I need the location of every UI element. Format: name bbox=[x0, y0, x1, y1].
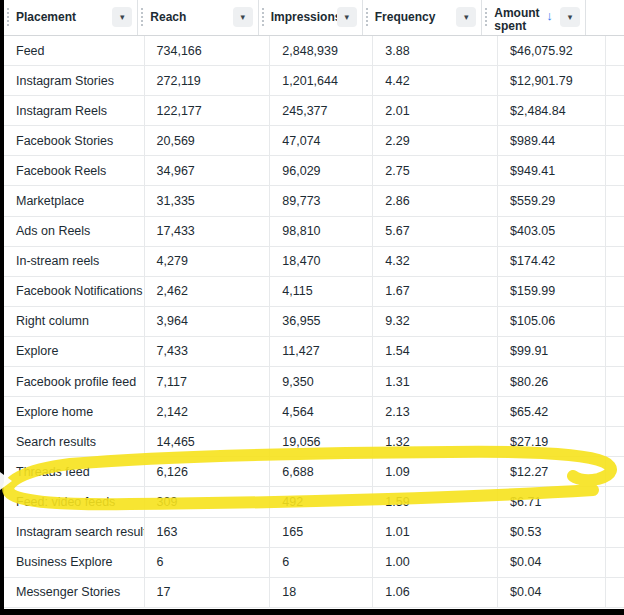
cell-impressions: 165 bbox=[270, 518, 373, 547]
table-row: Feed 734,166 2,848,939 3.88 $46,075.92 bbox=[4, 36, 624, 66]
column-drag-handle[interactable] bbox=[7, 8, 9, 27]
cell-impressions: 96,029 bbox=[270, 156, 373, 185]
column-drag-handle[interactable] bbox=[262, 8, 264, 27]
cell-impressions: 1,201,644 bbox=[270, 66, 373, 95]
cell-placement: Facebook Reels bbox=[4, 156, 145, 185]
column-menu-button[interactable]: ▾ bbox=[456, 7, 476, 27]
table-row: Instagram Reels 122,177 245,377 2.01 $2,… bbox=[4, 96, 624, 126]
cell-placement: Threads feed bbox=[4, 457, 145, 486]
chevron-down-icon: ▾ bbox=[568, 13, 573, 22]
chevron-down-icon: ▾ bbox=[344, 13, 349, 22]
cell-reach: 34,967 bbox=[145, 156, 271, 185]
cell-frequency: 9.32 bbox=[373, 307, 498, 336]
cell-placement: Facebook Stories bbox=[4, 126, 145, 155]
cell-amount-spent: $99.91 bbox=[498, 337, 606, 366]
column-menu-button[interactable]: ▾ bbox=[560, 7, 580, 27]
cell-spacer bbox=[606, 36, 624, 65]
chevron-down-icon: ▾ bbox=[464, 13, 469, 22]
table-row: Facebook Notifications 2,462 4,115 1.67 … bbox=[4, 277, 624, 307]
column-drag-handle[interactable] bbox=[141, 8, 143, 27]
cell-frequency: 4.32 bbox=[373, 247, 498, 276]
cell-reach: 7,117 bbox=[145, 367, 271, 396]
column-header-placement[interactable]: Placement ▾ bbox=[4, 0, 138, 35]
cell-impressions: 9,350 bbox=[270, 367, 373, 396]
cell-amount-spent: $105.06 bbox=[498, 307, 606, 336]
cell-frequency: 2.75 bbox=[373, 156, 498, 185]
table-body: Feed 734,166 2,848,939 3.88 $46,075.92 I… bbox=[4, 36, 624, 608]
cell-impressions: 18,470 bbox=[270, 247, 373, 276]
cell-placement: Feed: video feeds bbox=[4, 487, 145, 516]
cell-frequency: 1.06 bbox=[373, 578, 498, 607]
cell-spacer bbox=[606, 156, 624, 185]
cell-frequency: 1.59 bbox=[373, 487, 498, 516]
cell-spacer bbox=[606, 66, 624, 95]
cell-reach: 17,433 bbox=[145, 217, 271, 246]
cell-amount-spent: $27.19 bbox=[498, 427, 606, 456]
table-row: Facebook Reels 34,967 96,029 2.75 $949.4… bbox=[4, 156, 624, 186]
cell-frequency: 1.09 bbox=[373, 457, 498, 486]
cell-frequency: 2.13 bbox=[373, 397, 498, 426]
cell-placement: Facebook Notifications bbox=[4, 277, 145, 306]
cell-spacer bbox=[606, 186, 624, 215]
cell-amount-spent: $46,075.92 bbox=[498, 36, 606, 65]
cell-placement: Instagram Reels bbox=[4, 96, 145, 125]
column-menu-button[interactable]: ▾ bbox=[233, 7, 253, 27]
cell-amount-spent: $174.42 bbox=[498, 247, 606, 276]
column-header-frequency[interactable]: Frequency ▾ bbox=[363, 0, 483, 35]
cell-impressions: 2,848,939 bbox=[270, 36, 373, 65]
cell-amount-spent: $12.27 bbox=[498, 457, 606, 486]
cell-impressions: 4,564 bbox=[270, 397, 373, 426]
cell-reach: 2,462 bbox=[145, 277, 271, 306]
column-header-impressions[interactable]: Impressions ▾ bbox=[259, 0, 363, 35]
column-header-spacer bbox=[586, 0, 624, 35]
placements-table: Placement ▾ Reach ▾ Impressions ▾ Freque… bbox=[4, 0, 624, 609]
cell-reach: 163 bbox=[145, 518, 271, 547]
cell-frequency: 1.00 bbox=[373, 548, 498, 577]
table-row: Search results 14,465 19,056 1.32 $27.19 bbox=[4, 427, 624, 457]
cell-reach: 7,433 bbox=[145, 337, 271, 366]
cell-reach: 6 bbox=[145, 548, 271, 577]
cell-amount-spent: $949.41 bbox=[498, 156, 606, 185]
cell-reach: 3,964 bbox=[145, 307, 271, 336]
cell-impressions: 36,955 bbox=[270, 307, 373, 336]
cell-frequency: 5.67 bbox=[373, 217, 498, 246]
table-row: Instagram search results 163 165 1.01 $0… bbox=[4, 518, 624, 548]
cell-reach: 122,177 bbox=[145, 96, 271, 125]
column-header-amount-spent[interactable]: Amount spent ↓ ▾ bbox=[482, 0, 586, 35]
sort-descending-icon[interactable]: ↓ bbox=[546, 8, 553, 23]
cell-placement: Instagram search results bbox=[4, 518, 145, 547]
cell-impressions: 47,074 bbox=[270, 126, 373, 155]
cell-impressions: 18 bbox=[270, 578, 373, 607]
cell-impressions: 19,056 bbox=[270, 427, 373, 456]
cell-spacer bbox=[606, 217, 624, 246]
column-menu-button[interactable]: ▾ bbox=[112, 7, 132, 27]
cell-impressions: 6,688 bbox=[270, 457, 373, 486]
cell-amount-spent: $65.42 bbox=[498, 397, 606, 426]
column-menu-button[interactable]: ▾ bbox=[337, 7, 357, 27]
cell-spacer bbox=[606, 307, 624, 336]
cell-amount-spent: $403.05 bbox=[498, 217, 606, 246]
cell-reach: 2,142 bbox=[145, 397, 271, 426]
chevron-down-icon: ▾ bbox=[120, 13, 125, 22]
cell-placement: Instagram Stories bbox=[4, 66, 145, 95]
column-drag-handle[interactable] bbox=[366, 8, 368, 27]
cell-spacer bbox=[606, 247, 624, 276]
cell-placement: Business Explore bbox=[4, 548, 145, 577]
cell-spacer bbox=[606, 96, 624, 125]
table-row: In-stream reels 4,279 18,470 4.32 $174.4… bbox=[4, 247, 624, 277]
table-row: Feed: video feeds 309 492 1.59 $6.71 bbox=[4, 487, 624, 517]
column-header-reach[interactable]: Reach ▾ bbox=[138, 0, 258, 35]
cell-placement: Messenger Stories bbox=[4, 578, 145, 607]
table-row: Facebook Stories 20,569 47,074 2.29 $989… bbox=[4, 126, 624, 156]
cell-frequency: 4.42 bbox=[373, 66, 498, 95]
cell-impressions: 4,115 bbox=[270, 277, 373, 306]
cell-spacer bbox=[606, 337, 624, 366]
cell-amount-spent: $12,901.79 bbox=[498, 66, 606, 95]
column-drag-handle[interactable] bbox=[485, 8, 487, 27]
cell-impressions: 11,427 bbox=[270, 337, 373, 366]
cell-impressions: 492 bbox=[270, 487, 373, 516]
cell-amount-spent: $0.04 bbox=[498, 578, 606, 607]
cell-spacer bbox=[606, 457, 624, 486]
cell-spacer bbox=[606, 518, 624, 547]
cell-amount-spent: $0.04 bbox=[498, 548, 606, 577]
